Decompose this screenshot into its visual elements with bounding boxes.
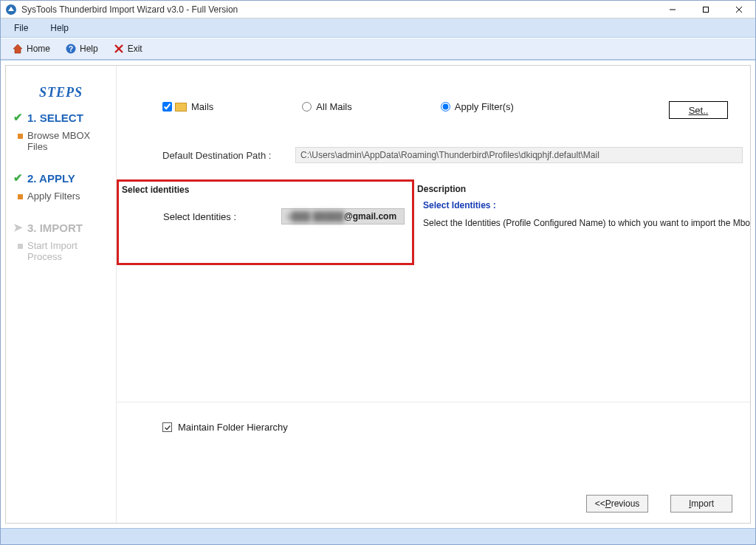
mails-checkbox[interactable]	[162, 102, 172, 112]
select-identities-label: Select Identities :	[163, 211, 281, 222]
window-buttons	[656, 1, 755, 18]
close-button[interactable]	[722, 1, 755, 18]
apply-filters-radio[interactable]	[441, 102, 450, 112]
mails-label: Mails	[191, 101, 213, 112]
maintain-label: Maintain Folder Hierarchy	[178, 422, 288, 433]
menubar: File Help	[1, 18, 755, 38]
svg-text:?: ?	[69, 45, 73, 53]
step-3-sub: Start Import Process	[27, 240, 109, 262]
description-subtitle: Select Identities :	[423, 200, 750, 210]
description-title: Description	[417, 184, 750, 194]
divider	[117, 402, 750, 402]
previous-button-post: revious	[611, 498, 640, 509]
identity-value-blurred: s███ █████	[286, 211, 344, 222]
step-1-sub: Browse MBOX Files	[27, 130, 109, 152]
exit-icon	[113, 43, 125, 55]
import-button-post: mport	[691, 498, 714, 509]
content-area: Mails All Mails Apply Filter(s) Set.. De…	[117, 66, 750, 523]
folder-icon	[175, 103, 187, 112]
identity-value-suffix: @gmail.com	[344, 211, 396, 222]
set-button-label: Set..	[689, 105, 709, 116]
steps-sidebar: STEPS ✔1. SELECT Browse MBOX Files ✔2. A…	[6, 66, 117, 523]
previous-button-pre: <<	[595, 498, 605, 509]
middle-row: Select identities Select Identities : s█…	[117, 179, 750, 331]
menu-help[interactable]: Help	[43, 21, 76, 35]
check-icon: ✔	[13, 111, 23, 124]
destination-path-label: Default Destination Path :	[162, 150, 295, 161]
description-panel: Description Select Identities : Select t…	[414, 179, 750, 331]
apply-filters-radio-wrap[interactable]: Apply Filter(s)	[441, 101, 514, 112]
window-titlebar: SysTools Thunderbird Import Wizard v3.0 …	[1, 1, 755, 18]
check-icon: ✔	[13, 171, 23, 185]
set-button[interactable]: Set..	[669, 101, 728, 119]
select-identities-group-label: Select identities	[122, 185, 189, 195]
toolbar: Home ? Help Exit	[1, 38, 755, 60]
all-mails-label: All Mails	[316, 101, 351, 112]
step-2-sub: Apply Filters	[27, 191, 80, 202]
all-mails-radio[interactable]	[302, 102, 312, 112]
toolbar-exit-label: Exit	[128, 44, 142, 54]
apply-filters-label: Apply Filter(s)	[455, 101, 514, 112]
main-frame: STEPS ✔1. SELECT Browse MBOX Files ✔2. A…	[5, 65, 751, 524]
toolbar-help-label: Help	[80, 44, 98, 54]
home-icon	[12, 43, 24, 55]
nav-button-row: <<Previous Import	[586, 495, 732, 513]
previous-button-u: P	[605, 498, 611, 509]
toolbar-exit[interactable]: Exit	[106, 40, 149, 58]
minimize-button[interactable]	[656, 1, 689, 18]
import-button[interactable]: Import	[670, 495, 732, 513]
arrow-icon: ➤	[13, 221, 23, 234]
app-icon	[5, 4, 17, 16]
bullet-icon	[18, 194, 23, 199]
help-icon: ?	[65, 43, 77, 55]
options-row: Mails All Mails Apply Filter(s) Set..	[162, 101, 743, 112]
window-title: SysTools Thunderbird Import Wizard v3.0 …	[21, 4, 656, 15]
svg-rect-2	[703, 7, 708, 12]
step-3-label: 3. IMPORT	[27, 222, 83, 234]
destination-path-row: Default Destination Path : C:\Users\admi…	[162, 147, 743, 163]
select-identities-group: Select identities Select Identities : s█…	[117, 179, 414, 265]
toolbar-home[interactable]: Home	[5, 40, 57, 58]
description-text: Select the Identities (Profile Configure…	[423, 218, 750, 228]
step-2[interactable]: ✔2. APPLY Apply Filters	[13, 171, 109, 202]
step-1[interactable]: ✔1. SELECT Browse MBOX Files	[13, 111, 109, 152]
maintain-checkbox[interactable]	[162, 422, 172, 432]
step-2-label: 2. APPLY	[27, 172, 75, 185]
maintain-row: Maintain Folder Hierarchy	[162, 422, 288, 433]
steps-heading: STEPS	[13, 85, 109, 100]
destination-path-field[interactable]: C:\Users\admin\AppData\Roaming\Thunderbi…	[295, 147, 743, 163]
step-1-label: 1. SELECT	[27, 112, 83, 124]
select-identities-dropdown[interactable]: s███ █████ @gmail.com	[281, 208, 405, 224]
all-mails-radio-wrap[interactable]: All Mails	[302, 101, 351, 112]
bullet-icon	[18, 244, 23, 249]
toolbar-home-label: Home	[27, 44, 50, 54]
menu-file[interactable]: File	[7, 21, 35, 35]
step-3[interactable]: ➤3. IMPORT Start Import Process	[13, 221, 109, 262]
toolbar-help[interactable]: ? Help	[58, 40, 105, 58]
main-outer: STEPS ✔1. SELECT Browse MBOX Files ✔2. A…	[1, 60, 755, 528]
maximize-button[interactable]	[689, 1, 722, 18]
previous-button[interactable]: <<Previous	[586, 495, 648, 513]
bullet-icon	[18, 134, 23, 139]
status-bar	[1, 528, 755, 544]
